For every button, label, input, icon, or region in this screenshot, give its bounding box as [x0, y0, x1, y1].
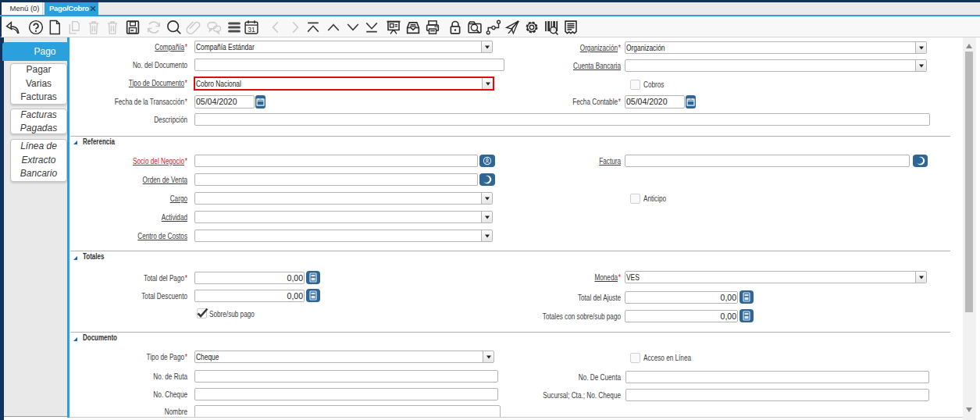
svg-text:31: 31 [248, 26, 255, 34]
